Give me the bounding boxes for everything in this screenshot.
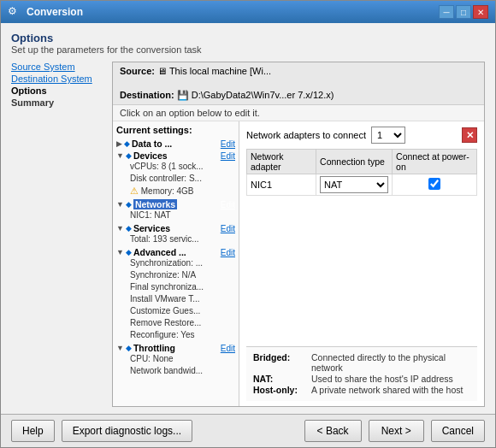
destination-label: Destination: 💾 D:\GabyData2\Win7v...er 7…	[120, 90, 334, 101]
adapters-count-select[interactable]: 1 2 3 4	[371, 127, 405, 144]
setting-group-advanced: ▼ ◆ Advanced ... Edit Synchronization: .…	[116, 247, 235, 341]
panel-body: Current settings: ▶ ◆ Data to ... Edit	[113, 121, 484, 406]
col-network-adapter: Network adapter	[247, 150, 316, 174]
page-subtitle: Set up the parameters for the conversion…	[11, 44, 485, 55]
setting-name-services: Services	[133, 223, 170, 233]
footer: Help Export diagnostic logs... < Back Ne…	[1, 414, 495, 447]
services-total: Total: 193 servic...	[116, 233, 235, 245]
throttling-cpu: CPU: None	[116, 353, 235, 365]
click-hint: Click on an option below to edit it.	[113, 105, 484, 121]
advanced-synchronize: Synchronize: N/A	[116, 269, 235, 281]
setting-name-devices: Devices	[133, 150, 168, 161]
setting-group-throttling-header: ▼ ◆ Throttling Edit	[116, 343, 235, 353]
advanced-remove: Remove Restore...	[116, 317, 235, 329]
power-on-checkbox[interactable]	[428, 178, 440, 190]
minimize-button[interactable]: ─	[439, 5, 454, 19]
col-connect-at-power-on: Connect at power-on	[393, 150, 477, 174]
setting-name-throttling: Throttling	[133, 343, 175, 353]
host-only-label: Host-only:	[253, 385, 308, 395]
host-only-desc: A private network shared with the host	[311, 385, 463, 395]
setting-group-advanced-header: ▼ ◆ Advanced ... Edit	[116, 247, 235, 257]
info-host-only: Host-only: A private network shared with…	[253, 385, 470, 395]
right-panel: Source: 🖥 This local machine [Wi... Dest…	[112, 62, 485, 407]
arrow-icon-devices: ▼	[116, 151, 124, 160]
setting-group-data-header: ▶ ◆ Data to ... Edit	[116, 139, 235, 149]
nat-desc: Used to share the host's IP address	[311, 374, 453, 384]
networks-nic1: NIC1: NAT	[116, 209, 235, 221]
diamond-icon-advanced: ◆	[126, 248, 132, 256]
left-nav: Source System Destination System Options…	[11, 62, 105, 407]
header-section: Options Set up the parameters for the co…	[11, 32, 485, 55]
advanced-final: Final synchroniza...	[116, 281, 235, 293]
adapter-table: Network adapter Connection type Connect …	[246, 149, 477, 196]
nav-summary: Summary	[11, 97, 105, 108]
connection-type-cell: Bridged NAT Host-only Custom	[316, 174, 393, 196]
info-bridged: Bridged: Connected directly to the physi…	[253, 352, 470, 373]
setting-name-networks: Networks	[133, 199, 177, 209]
nav-destination-system[interactable]: Destination System	[11, 74, 105, 84]
source-label: Source: 🖥 This local machine [Wi...	[120, 66, 271, 76]
arrow-icon-networks: ▼	[116, 200, 124, 209]
setting-group-services-header: ▼ ◆ Services Edit	[116, 223, 235, 233]
right-content: Network adapters to connect 1 2 3 4 ✕	[239, 121, 484, 406]
devices-memory: ⚠ Memory: 4GB	[116, 185, 235, 197]
back-button[interactable]: < Back	[304, 420, 362, 442]
main-row: Source System Destination System Options…	[11, 62, 485, 407]
arrow-icon-advanced: ▼	[116, 248, 124, 256]
edit-advanced-link[interactable]: Edit	[221, 248, 235, 257]
advanced-vmware: Install VMware T...	[116, 293, 235, 305]
cancel-button[interactable]: Cancel	[431, 420, 485, 442]
edit-throttling-link[interactable]: Edit	[221, 344, 235, 353]
setting-name-data: Data to ...	[132, 139, 172, 149]
destination-text: D:\GabyData2\Win7v...er 7.x/12.x)	[192, 90, 334, 100]
edit-devices-link[interactable]: Edit	[221, 151, 235, 161]
edit-services-link[interactable]: Edit	[221, 224, 235, 233]
diamond-icon-services: ◆	[126, 224, 132, 233]
advanced-reconfigure: Reconfigure: Yes	[116, 329, 235, 341]
nav-source-system[interactable]: Source System	[11, 62, 105, 72]
conversion-window: ⚙ Conversion ─ □ ✕ Options Set up the pa…	[0, 0, 496, 448]
adapter-name: NIC1	[247, 174, 316, 196]
diamond-icon-throttling: ◆	[126, 344, 132, 352]
edit-data-link[interactable]: Edit	[221, 139, 235, 149]
help-button[interactable]: Help	[11, 420, 55, 442]
bridged-desc: Connected directly to the physical netwo…	[311, 352, 470, 373]
setting-group-services: ▼ ◆ Services Edit Total: 193 servic...	[116, 223, 235, 245]
content-area: Options Set up the parameters for the co…	[1, 23, 495, 414]
page-title: Options	[11, 32, 485, 44]
close-button[interactable]: ✕	[473, 5, 488, 19]
arrow-icon-services: ▼	[116, 224, 124, 233]
destination-icon: 💾	[177, 90, 192, 100]
window-icon: ⚙	[8, 5, 21, 19]
diamond-icon: ◆	[124, 139, 130, 148]
diamond-icon-networks: ◆	[126, 200, 132, 209]
warning-icon: ⚠	[130, 186, 139, 196]
adapters-header: Network adapters to connect 1 2 3 4 ✕	[246, 127, 477, 144]
next-button[interactable]: Next >	[369, 420, 424, 442]
adapters-label: Network adapters to connect	[246, 130, 366, 140]
title-bar-left: ⚙ Conversion	[8, 5, 83, 19]
maximize-button[interactable]: □	[456, 5, 471, 19]
source-text: This local machine [Wi...	[169, 66, 271, 76]
power-on-cell	[393, 174, 477, 196]
arrow-icon: ▶	[116, 139, 122, 148]
table-row: NIC1 Bridged NAT Host-only Custom	[247, 174, 477, 196]
export-button[interactable]: Export diagnostic logs...	[62, 420, 192, 442]
setting-group-devices: ▼ ◆ Devices Edit vCPUs: 8 (1 sock... Dis…	[116, 150, 235, 197]
advanced-customize: Customize Gues...	[116, 305, 235, 317]
throttling-network: Network bandwid...	[116, 365, 235, 377]
setting-group-networks-header: ▼ ◆ Networks Edit	[116, 199, 235, 209]
source-icon: 🖥	[157, 66, 169, 76]
settings-title: Current settings:	[116, 125, 235, 135]
title-buttons: ─ □ ✕	[439, 5, 488, 19]
info-section: Bridged: Connected directly to the physi…	[246, 346, 477, 401]
info-nat: NAT: Used to share the host's IP address	[253, 374, 470, 384]
setting-group-devices-header: ▼ ◆ Devices Edit	[116, 150, 235, 161]
setting-name-advanced: Advanced ...	[133, 247, 186, 257]
connection-type-select[interactable]: Bridged NAT Host-only Custom	[320, 176, 388, 193]
bridged-label: Bridged:	[253, 352, 308, 373]
nat-label: NAT:	[253, 374, 308, 384]
close-adapters-button[interactable]: ✕	[462, 127, 477, 143]
title-bar: ⚙ Conversion ─ □ ✕	[1, 1, 495, 23]
edit-networks-link[interactable]: Edit	[221, 200, 235, 209]
